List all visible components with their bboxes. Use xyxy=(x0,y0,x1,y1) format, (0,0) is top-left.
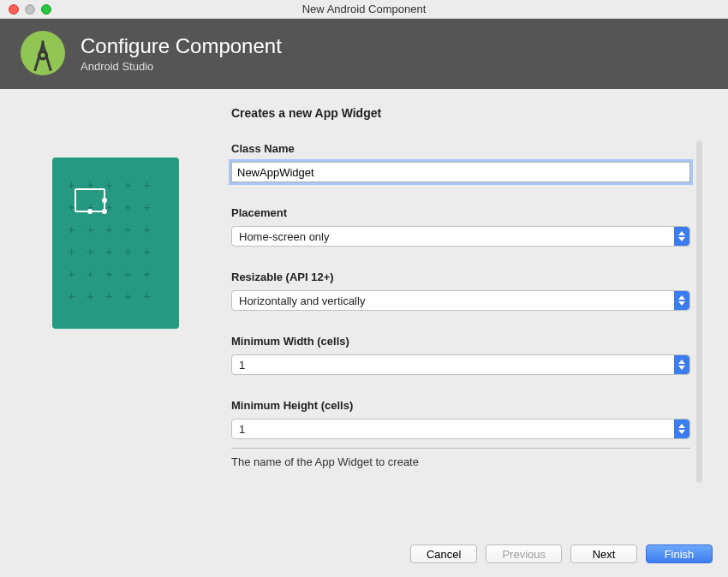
resizable-label: Resizable (API 12+) xyxy=(231,271,690,283)
svg-marker-12 xyxy=(678,430,685,434)
placement-select[interactable]: Home-screen only xyxy=(231,226,690,247)
handle-right-icon xyxy=(102,198,107,203)
form-heading: Creates a new App Widget xyxy=(231,106,690,120)
widget-preview-card: +++++ +++++ +++++ +++++ +++++ +++++ xyxy=(52,158,179,329)
chevron-updown-icon xyxy=(674,419,689,438)
svg-marker-6 xyxy=(678,237,685,241)
minwidth-select[interactable]: 1 xyxy=(231,354,690,375)
minwidth-label: Minimum Width (cells) xyxy=(231,335,690,348)
classname-input[interactable] xyxy=(231,162,690,182)
divider xyxy=(231,448,690,449)
svg-marker-9 xyxy=(678,360,685,364)
svg-marker-10 xyxy=(678,366,685,370)
minwidth-value: 1 xyxy=(239,359,245,372)
chevron-updown-icon xyxy=(674,227,689,246)
previous-button[interactable]: Previous xyxy=(486,544,562,563)
android-studio-logo-icon xyxy=(21,31,65,75)
next-button[interactable]: Next xyxy=(570,544,637,563)
classname-label: Class Name xyxy=(231,142,690,155)
minheight-label: Minimum Height (cells) xyxy=(231,399,690,412)
scrollbar[interactable] xyxy=(696,140,702,483)
minheight-select[interactable]: 1 xyxy=(231,419,690,439)
finish-button[interactable]: Finish xyxy=(646,544,713,563)
field-hint: The name of the App Widget to create xyxy=(231,455,690,468)
placement-value: Home-screen only xyxy=(239,230,330,243)
form-area: Creates a new App Widget Class Name Plac… xyxy=(231,106,702,532)
handle-bottom-icon xyxy=(87,209,92,214)
chevron-updown-icon xyxy=(674,291,689,310)
svg-marker-8 xyxy=(678,301,685,306)
widget-frame-icon xyxy=(75,188,105,212)
resizable-select[interactable]: Horizontally and vertically xyxy=(231,290,690,311)
chevron-updown-icon xyxy=(674,355,689,374)
svg-marker-7 xyxy=(678,295,685,300)
svg-point-4 xyxy=(41,53,45,57)
svg-marker-11 xyxy=(678,424,685,428)
handle-corner-icon xyxy=(102,209,107,214)
content-area: +++++ +++++ +++++ +++++ +++++ +++++ Crea… xyxy=(0,89,728,532)
header-subtitle: Android Studio xyxy=(81,60,282,73)
header-title: Configure Component xyxy=(81,34,282,58)
resizable-value: Horizontally and vertically xyxy=(239,294,365,307)
cancel-button[interactable]: Cancel xyxy=(410,544,477,563)
header: Configure Component Android Studio xyxy=(0,19,728,89)
footer: Cancel Previous Next Finish xyxy=(0,532,728,577)
minheight-value: 1 xyxy=(239,423,245,436)
preview-pane: +++++ +++++ +++++ +++++ +++++ +++++ xyxy=(26,106,206,532)
placement-label: Placement xyxy=(231,206,690,219)
window-title: New Android Component xyxy=(0,3,728,15)
titlebar: New Android Component xyxy=(0,0,728,19)
svg-marker-5 xyxy=(678,231,685,235)
